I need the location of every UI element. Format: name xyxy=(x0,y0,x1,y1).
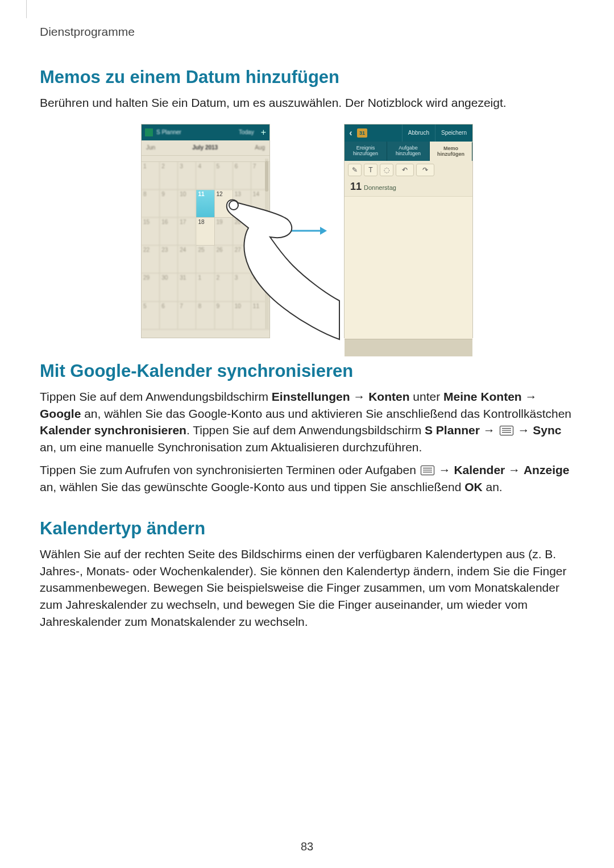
paragraph-change-calendar-type: Wählen Sie auf der rechten Seite des Bil… xyxy=(40,546,574,630)
tab-add-task[interactable]: Aufgabe hinzufügen xyxy=(387,142,430,161)
menu-icon xyxy=(500,426,513,435)
selected-day-cell[interactable]: 11 xyxy=(196,190,214,218)
current-month-label[interactable]: July 2013 xyxy=(192,144,218,151)
page-top-rule xyxy=(26,0,27,18)
prev-month-label[interactable]: Jun xyxy=(146,144,155,151)
page-number: 83 xyxy=(0,840,614,853)
tab-add-event[interactable]: Ereignis hinzufügen xyxy=(345,142,387,161)
tab-add-memo[interactable]: Memo hinzufügen xyxy=(430,142,472,161)
memo-date-number: 11 xyxy=(350,181,362,193)
save-button[interactable]: Speichern xyxy=(435,124,472,142)
figure-row: S Planner Today + Jun July 2013 Aug 1234… xyxy=(40,124,574,338)
adjacent-day-cell[interactable]: 12 xyxy=(215,190,233,218)
memo-date-line: 11 Donnerstag xyxy=(345,179,472,197)
today-button[interactable]: Today xyxy=(239,129,254,135)
paragraph-google-sync-2: Tippen Sie zum Aufrufen von synchronisie… xyxy=(40,462,574,496)
memo-tabs: Ereignis hinzufügen Aufgabe hinzufügen M… xyxy=(345,142,472,161)
memo-screenshot: ‹ 31 Abbruch Speichern Ereignis hinzufüg… xyxy=(344,124,473,338)
next-month-label[interactable]: Aug xyxy=(255,144,265,151)
menu-icon xyxy=(421,466,434,475)
cancel-button[interactable]: Abbruch xyxy=(402,124,435,142)
undo-button[interactable]: ↶ xyxy=(396,164,414,176)
pen-tool-button[interactable]: ✎ xyxy=(348,164,362,176)
arrow-right-icon xyxy=(287,225,327,236)
heading-change-calendar-type: Kalendertyp ändern xyxy=(40,518,574,539)
back-button[interactable]: ‹ xyxy=(345,128,357,138)
paragraph-add-memos: Berühren und halten Sie ein Datum, um es… xyxy=(40,94,574,111)
calendar-date-icon: 31 xyxy=(357,128,367,138)
calendar-grid[interactable]: 1234567 8910 11 12 1314 151617 18 192021… xyxy=(142,162,269,330)
calendar-header: S Planner Today + xyxy=(142,124,269,140)
add-event-button[interactable]: + xyxy=(261,127,266,138)
svg-marker-2 xyxy=(320,227,327,235)
heading-google-sync: Mit Google-Kalender synchronisieren xyxy=(40,361,574,381)
memo-toolbar: ✎ T ◌ ↶ ↷ xyxy=(345,161,472,179)
calendar-screenshot: S Planner Today + Jun July 2013 Aug 1234… xyxy=(141,124,270,338)
memo-bottom-bar xyxy=(345,339,472,356)
heading-add-memos: Memos zu einem Datum hinzufügen xyxy=(40,67,574,88)
memo-canvas[interactable] xyxy=(345,197,472,339)
memo-header: ‹ 31 Abbruch Speichern xyxy=(345,124,472,142)
breadcrumb: Dienstprogramme xyxy=(40,25,574,39)
memo-date-day: Donnerstag xyxy=(364,184,396,191)
redo-button[interactable]: ↷ xyxy=(416,164,434,176)
day-of-week-row xyxy=(142,155,269,162)
text-tool-button[interactable]: T xyxy=(364,164,377,176)
calendar-scrollbar[interactable] xyxy=(265,159,268,329)
calendar-app-title: S Planner xyxy=(156,129,235,135)
paragraph-google-sync-1: Tippen Sie auf dem Anwendungsbildschirm … xyxy=(40,388,574,456)
calendar-app-icon xyxy=(145,128,153,136)
eraser-tool-button[interactable]: ◌ xyxy=(380,164,393,176)
below-day-cell[interactable]: 18 xyxy=(196,218,214,246)
month-navigation: Jun July 2013 Aug xyxy=(142,140,269,155)
